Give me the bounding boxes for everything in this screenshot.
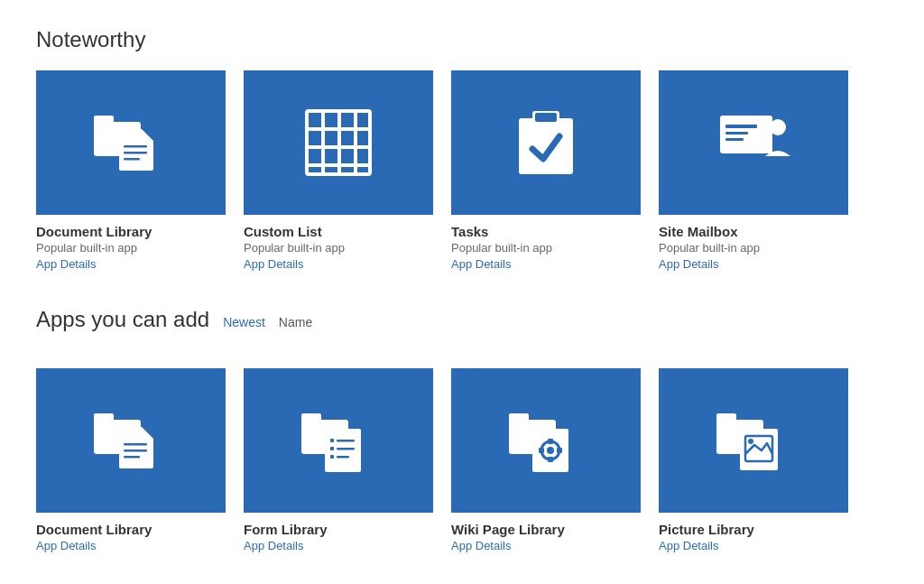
svg-rect-30 xyxy=(94,413,114,424)
app-desc-tasks: Popular built-in app xyxy=(451,241,641,255)
noteworthy-grid: Document Library Popular built-in app Ap… xyxy=(36,70,888,271)
svg-rect-39 xyxy=(330,439,334,442)
svg-rect-34 xyxy=(124,450,147,452)
svg-rect-25 xyxy=(725,125,757,128)
svg-rect-33 xyxy=(124,443,147,446)
app-name-document-library: Document Library xyxy=(36,224,226,239)
app-name-site-mailbox: Site Mailbox xyxy=(659,224,848,239)
app-icon-site-mailbox xyxy=(659,70,848,215)
svg-rect-12 xyxy=(124,152,147,154)
svg-rect-13 xyxy=(124,158,140,161)
svg-rect-50 xyxy=(548,439,553,444)
app-tile-site-mailbox[interactable]: Site Mailbox Popular built-in app App De… xyxy=(659,70,848,271)
app-link-wiki-page-library[interactable]: App Details xyxy=(451,539,641,552)
svg-rect-53 xyxy=(557,448,562,453)
svg-rect-27 xyxy=(725,138,744,141)
app-name-picture-library: Picture Library xyxy=(659,522,848,537)
app-tile-custom-list[interactable]: Custom List Popular built-in app App Det… xyxy=(244,70,433,271)
app-tile-wiki-page-library[interactable]: Wiki Page Library App Details xyxy=(451,368,641,552)
app-name-document-library-2: Document Library xyxy=(36,522,226,537)
svg-rect-41 xyxy=(330,447,334,450)
svg-point-28 xyxy=(770,119,786,135)
app-tile-picture-library[interactable]: Picture Library App Details xyxy=(659,368,848,552)
app-icon-picture-library xyxy=(659,368,848,513)
app-tile-tasks[interactable]: Tasks Popular built-in app App Details xyxy=(451,70,641,271)
app-icon-document-library-2 xyxy=(36,368,226,513)
sort-name[interactable]: Name xyxy=(279,315,312,329)
svg-rect-38 xyxy=(325,429,361,472)
app-name-wiki-page-library: Wiki Page Library xyxy=(451,522,641,537)
app-icon-wiki-page-library xyxy=(451,368,641,513)
apps-section-title: Apps you can add xyxy=(36,307,209,332)
svg-rect-43 xyxy=(330,455,334,459)
svg-rect-26 xyxy=(725,132,748,134)
svg-rect-8 xyxy=(94,116,114,126)
app-link-picture-library[interactable]: App Details xyxy=(659,539,848,552)
svg-rect-52 xyxy=(539,448,544,453)
svg-rect-42 xyxy=(337,448,355,450)
app-icon-custom-list xyxy=(244,70,433,215)
apps-you-can-add-grid: Document Library App Details xyxy=(36,368,888,552)
app-link-document-library[interactable]: App Details xyxy=(36,257,226,271)
app-desc-document-library: Popular built-in app xyxy=(36,241,226,255)
svg-rect-44 xyxy=(337,456,349,459)
noteworthy-title: Noteworthy xyxy=(36,27,888,52)
svg-rect-21 xyxy=(519,118,573,174)
app-link-document-library-2[interactable]: App Details xyxy=(36,539,226,552)
svg-rect-37 xyxy=(301,413,321,424)
app-desc-custom-list: Popular built-in app xyxy=(244,241,433,255)
svg-rect-23 xyxy=(535,113,557,122)
svg-rect-46 xyxy=(509,413,529,424)
app-link-form-library[interactable]: App Details xyxy=(244,539,433,552)
svg-rect-35 xyxy=(124,456,140,459)
svg-rect-11 xyxy=(124,145,147,148)
svg-rect-51 xyxy=(548,457,553,462)
app-icon-tasks xyxy=(451,70,641,215)
app-link-site-mailbox[interactable]: App Details xyxy=(659,257,848,271)
app-link-tasks[interactable]: App Details xyxy=(451,257,641,271)
app-tile-document-library-2[interactable]: Document Library App Details xyxy=(36,368,226,552)
svg-point-49 xyxy=(547,447,554,454)
app-tile-form-library[interactable]: Form Library App Details xyxy=(244,368,433,552)
sort-newest[interactable]: Newest xyxy=(223,315,265,329)
apps-section-header: Apps you can add Newest Name xyxy=(36,307,888,350)
app-icon-form-library xyxy=(244,368,433,513)
app-name-custom-list: Custom List xyxy=(244,224,433,239)
svg-rect-55 xyxy=(716,413,736,424)
app-name-tasks: Tasks xyxy=(451,224,641,239)
app-icon-document-library xyxy=(36,70,226,215)
app-desc-site-mailbox: Popular built-in app xyxy=(659,241,848,255)
svg-rect-40 xyxy=(337,440,355,442)
apps-you-can-add-section: Apps you can add Newest Name Document Li… xyxy=(36,307,888,552)
app-link-custom-list[interactable]: App Details xyxy=(244,257,433,271)
app-name-form-library: Form Library xyxy=(244,522,433,537)
app-tile-document-library[interactable]: Document Library Popular built-in app Ap… xyxy=(36,70,226,271)
noteworthy-section: Noteworthy Document Library Popular buil… xyxy=(36,27,888,271)
svg-point-58 xyxy=(748,439,753,444)
